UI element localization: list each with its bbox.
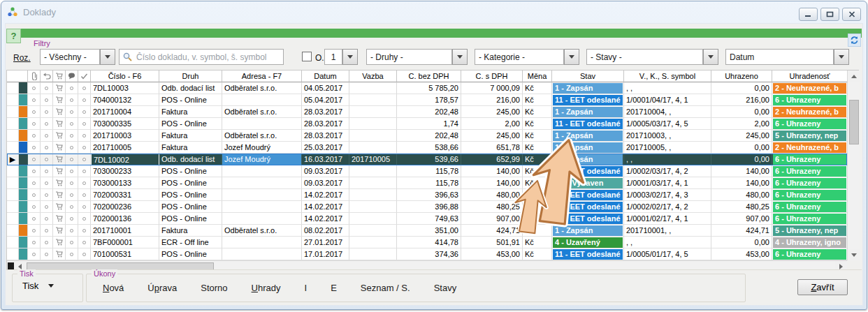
- cell-adresa[interactable]: Jozef Moudrý: [222, 154, 302, 165]
- datum-dropdown-button[interactable]: [834, 49, 849, 65]
- cell-vazba[interactable]: 201710005: [349, 154, 397, 165]
- action-button-uhrady[interactable]: Uhrady: [240, 280, 293, 296]
- action-button-i[interactable]: I: [293, 280, 319, 296]
- cell-bez-dph[interactable]: 115,78: [397, 177, 461, 189]
- cell-datum[interactable]: 09.03.2017: [302, 165, 349, 177]
- col-bez-dph[interactable]: C. bez DPH: [397, 70, 461, 82]
- cell-s-dph[interactable]: 907,00: [461, 213, 523, 225]
- cell-datum[interactable]: 04.05.2017: [302, 82, 349, 94]
- stavy-dropdown[interactable]: - Stavy -: [586, 49, 703, 65]
- cell-cislo[interactable]: 704000132: [91, 94, 159, 106]
- cell-cislo[interactable]: 201710001: [91, 225, 159, 237]
- cell-stav[interactable]: 11 - EET odeslané: [552, 248, 624, 260]
- cell-bez-dph[interactable]: 396,63: [397, 189, 461, 201]
- cell-s-dph[interactable]: 216,00: [461, 94, 523, 106]
- cell-s-dph[interactable]: 453,00: [461, 248, 523, 260]
- cell-uhrazeno[interactable]: 0,00: [711, 142, 772, 154]
- druhy-dropdown-button[interactable]: [452, 49, 468, 65]
- cell-adresa[interactable]: Jozef Moudrý: [222, 142, 302, 154]
- cell-symbol[interactable]: 1/0005/03/17, 4, 5: [624, 118, 711, 130]
- cell-symbol[interactable]: , ,: [624, 237, 711, 248]
- cell-symbol[interactable]: 1/0001/02/17, 4, 1: [624, 213, 711, 225]
- search-box[interactable]: [119, 49, 284, 65]
- cell-adresa[interactable]: [222, 248, 302, 260]
- cell-cislo[interactable]: 702000331: [91, 189, 159, 201]
- cell-mena[interactable]: Kč: [523, 237, 552, 248]
- action-button-e[interactable]: E: [319, 280, 349, 296]
- cell-symbol[interactable]: , ,: [624, 82, 711, 94]
- table-row[interactable]: 201710005FakturaJozef Moudrý25.03.201753…: [7, 142, 847, 154]
- table-row[interactable]: 704000132POS - Online05.04.2017178,57216…: [7, 94, 847, 106]
- search-input[interactable]: [135, 52, 280, 63]
- cell-mena[interactable]: Kč: [523, 130, 552, 142]
- cell-uhradenost[interactable]: 4 - Uhrazeny, igno: [772, 237, 847, 248]
- row-pointer-cell[interactable]: [7, 165, 19, 177]
- cell-bez-dph[interactable]: 351,00: [397, 225, 461, 237]
- cell-uhrazeno[interactable]: 216,00: [711, 94, 772, 106]
- cell-mena[interactable]: Kč: [523, 82, 552, 94]
- row-pointer-cell[interactable]: [7, 118, 19, 130]
- cell-uhradenost[interactable]: 6 - Uhrazeny: [772, 201, 847, 213]
- cell-s-dph[interactable]: 424,71: [461, 225, 523, 237]
- scroll-up-button[interactable]: [848, 70, 860, 82]
- row-pointer-cell[interactable]: [7, 106, 19, 118]
- cell-vazba[interactable]: [349, 82, 397, 94]
- cell-vazba[interactable]: [349, 177, 397, 189]
- cell-uhrazeno[interactable]: 0,00: [711, 237, 772, 248]
- cell-bez-dph[interactable]: 396,88: [397, 201, 461, 213]
- scroll-down-button[interactable]: [848, 249, 860, 260]
- cell-datum[interactable]: 28.03.2017: [302, 106, 349, 118]
- o-checkbox[interactable]: [302, 52, 312, 61]
- cell-datum[interactable]: 14.02.2017: [302, 213, 349, 225]
- maximize-button[interactable]: [820, 8, 839, 21]
- cell-druh[interactable]: POS - Online: [159, 201, 222, 213]
- cell-bez-dph[interactable]: 202,48: [397, 130, 461, 142]
- row-pointer-cell[interactable]: [7, 189, 19, 201]
- cell-uhrazeno[interactable]: 907,00: [711, 213, 772, 225]
- tisk-button[interactable]: Tisk: [22, 281, 54, 291]
- cell-datum[interactable]: 08.02.2017: [302, 225, 349, 237]
- cell-adresa[interactable]: Odběratel s.r.o.: [222, 106, 302, 118]
- col-stav[interactable]: Stav: [552, 70, 624, 82]
- cell-bez-dph[interactable]: 538,66: [397, 142, 461, 154]
- cell-stav[interactable]: 11 - EET odeslané: [552, 94, 624, 106]
- cell-cislo[interactable]: 7DL10003: [91, 82, 159, 94]
- cell-cislo[interactable]: 703000233: [91, 165, 159, 177]
- cell-datum[interactable]: 14.02.2017: [302, 201, 349, 213]
- cell-symbol[interactable]: 201710005, ,: [624, 142, 711, 154]
- cell-uhradenost[interactable]: 6 - Uhrazeny: [772, 248, 847, 260]
- col-datum[interactable]: Datum: [302, 70, 349, 82]
- row-pointer-cell[interactable]: [7, 201, 19, 213]
- cell-mena[interactable]: Kč: [523, 94, 552, 106]
- col-cislo[interactable]: Číslo - F6: [91, 70, 159, 82]
- action-button-seznam[interactable]: Seznam / S.: [349, 280, 422, 296]
- cell-vazba[interactable]: [349, 248, 397, 260]
- cell-datum[interactable]: 09.03.2017: [302, 177, 349, 189]
- cell-vazba[interactable]: [349, 118, 397, 130]
- datum-dropdown[interactable]: Datum: [725, 49, 834, 65]
- cell-stav[interactable]: 1 - Zapsán: [552, 154, 624, 165]
- cell-symbol[interactable]: 201710001, ,: [624, 225, 711, 237]
- cell-uhrazeno[interactable]: 2,00: [711, 118, 772, 130]
- row-pointer-cell[interactable]: [7, 94, 19, 106]
- close-button[interactable]: [842, 8, 861, 21]
- cell-druh[interactable]: POS - Online: [159, 248, 222, 260]
- cell-druh[interactable]: ECR - Off line: [159, 237, 222, 248]
- cell-uhrazeno[interactable]: 424,71: [711, 225, 772, 237]
- scope-dropdown[interactable]: - Všechny -: [40, 49, 100, 65]
- row-pointer-cell[interactable]: [7, 225, 19, 237]
- cell-cislo[interactable]: 201710005: [91, 142, 159, 154]
- cell-stav[interactable]: 1 - Zapsán: [552, 106, 624, 118]
- action-button-uprava[interactable]: Úprava: [136, 280, 189, 296]
- cell-adresa[interactable]: Odběratel s.r.o.: [222, 130, 302, 142]
- kategorie-dropdown-button[interactable]: [564, 49, 579, 65]
- cell-uhrazeno[interactable]: 453,00: [711, 248, 772, 260]
- help-button[interactable]: ?: [6, 29, 21, 43]
- cell-druh[interactable]: Odb. dodací list: [159, 154, 222, 165]
- cell-uhrazeno[interactable]: 0,00: [711, 154, 772, 165]
- cell-vazba[interactable]: [349, 165, 397, 177]
- cell-stav[interactable]: 1 - Zapsán: [552, 142, 624, 154]
- table-row[interactable]: 7BF000001ECR - Off line27.01.2017414,785…: [7, 237, 847, 248]
- cell-mena[interactable]: Kč: [523, 201, 552, 213]
- table-row[interactable]: 201710003FakturaOdběratel s.r.o.28.03.20…: [7, 130, 847, 142]
